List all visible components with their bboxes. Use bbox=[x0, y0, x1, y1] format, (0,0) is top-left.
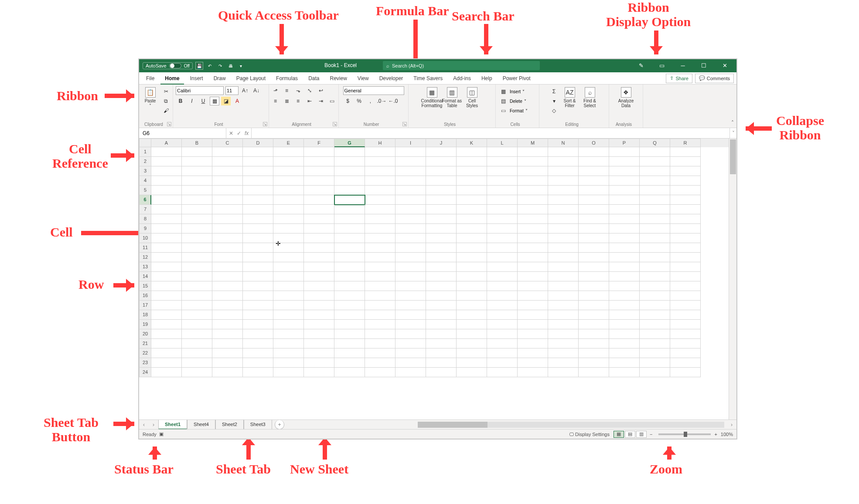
cell[interactable] bbox=[304, 243, 334, 253]
cell[interactable] bbox=[518, 310, 548, 320]
cell[interactable] bbox=[182, 320, 212, 329]
wrap-text-icon[interactable]: ↩ bbox=[316, 86, 326, 95]
cell[interactable] bbox=[487, 329, 518, 339]
analyze-data-button[interactable]: ❖ Analyze Data bbox=[617, 86, 635, 108]
cell[interactable] bbox=[487, 368, 518, 377]
cell[interactable] bbox=[212, 253, 243, 262]
cell[interactable] bbox=[212, 291, 243, 301]
cell[interactable] bbox=[243, 205, 273, 214]
tab-power-pivot[interactable]: Power Pivot bbox=[498, 72, 535, 85]
cell[interactable] bbox=[487, 339, 518, 348]
cell[interactable] bbox=[243, 281, 273, 291]
cell[interactable] bbox=[304, 157, 334, 166]
cell[interactable] bbox=[365, 147, 395, 157]
cell[interactable] bbox=[182, 291, 212, 301]
autosum-icon[interactable]: Σ bbox=[549, 87, 559, 96]
cell[interactable] bbox=[457, 243, 487, 253]
normal-view-icon[interactable]: ▦ bbox=[614, 431, 624, 438]
cell[interactable] bbox=[640, 320, 670, 329]
cell[interactable] bbox=[151, 253, 182, 262]
cell[interactable] bbox=[182, 186, 212, 195]
cell[interactable] bbox=[518, 320, 548, 329]
dialog-launcher-icon[interactable]: ↘ bbox=[263, 122, 267, 126]
align-bottom-icon[interactable]: ⬎ bbox=[293, 86, 303, 95]
cell[interactable] bbox=[609, 243, 640, 253]
cell[interactable] bbox=[395, 186, 426, 195]
new-sheet-button[interactable]: ＋ bbox=[275, 420, 284, 430]
cell[interactable] bbox=[243, 329, 273, 339]
cell[interactable] bbox=[395, 320, 426, 329]
decrease-decimal-icon[interactable]: ←.0 bbox=[389, 97, 398, 105]
cell[interactable] bbox=[304, 176, 334, 186]
cell[interactable] bbox=[640, 262, 670, 272]
cell[interactable] bbox=[457, 358, 487, 368]
cell[interactable] bbox=[212, 224, 243, 233]
tab-home[interactable]: Home bbox=[160, 72, 184, 85]
cell[interactable] bbox=[548, 166, 579, 176]
cell[interactable] bbox=[273, 358, 304, 368]
sheet-tab-2[interactable]: Sheet4 bbox=[187, 420, 215, 430]
cell[interactable] bbox=[304, 358, 334, 368]
tab-add-ins[interactable]: Add-ins bbox=[449, 72, 475, 85]
cell[interactable] bbox=[365, 262, 395, 272]
cell[interactable] bbox=[151, 176, 182, 186]
qat-customize-icon[interactable]: ▾ bbox=[237, 62, 245, 70]
cell[interactable] bbox=[457, 233, 487, 243]
cell[interactable] bbox=[609, 147, 640, 157]
cell[interactable] bbox=[670, 147, 701, 157]
column-header[interactable]: I bbox=[395, 139, 426, 147]
cell[interactable] bbox=[182, 243, 212, 253]
row-header[interactable]: 21 bbox=[139, 339, 151, 348]
cell[interactable] bbox=[151, 224, 182, 233]
cell[interactable] bbox=[518, 233, 548, 243]
cell[interactable] bbox=[243, 166, 273, 176]
cell[interactable] bbox=[579, 253, 609, 262]
cell[interactable] bbox=[609, 310, 640, 320]
cell[interactable] bbox=[151, 166, 182, 176]
cell[interactable] bbox=[365, 166, 395, 176]
cell[interactable] bbox=[548, 339, 579, 348]
cell[interactable] bbox=[365, 186, 395, 195]
cell[interactable] bbox=[395, 358, 426, 368]
cell[interactable] bbox=[212, 329, 243, 339]
cell[interactable] bbox=[273, 176, 304, 186]
cell[interactable] bbox=[670, 205, 701, 214]
row-header[interactable]: 17 bbox=[139, 301, 151, 310]
cell[interactable] bbox=[579, 157, 609, 166]
cell[interactable] bbox=[151, 233, 182, 243]
tab-help[interactable]: Help bbox=[477, 72, 497, 85]
cell[interactable] bbox=[457, 147, 487, 157]
row-header[interactable]: 1 bbox=[139, 147, 151, 157]
column-header[interactable]: M bbox=[518, 139, 548, 147]
cell[interactable] bbox=[365, 195, 395, 205]
cell[interactable] bbox=[304, 320, 334, 329]
row-header[interactable]: 8 bbox=[139, 214, 151, 224]
cell[interactable] bbox=[395, 301, 426, 310]
cell[interactable] bbox=[395, 339, 426, 348]
cell[interactable] bbox=[426, 176, 457, 186]
cell[interactable] bbox=[609, 301, 640, 310]
delete-cells-button[interactable]: ▤Delete˅ bbox=[498, 97, 526, 105]
cell[interactable] bbox=[151, 329, 182, 339]
cell[interactable] bbox=[273, 368, 304, 377]
cell[interactable] bbox=[334, 368, 365, 377]
cell[interactable] bbox=[304, 348, 334, 358]
tab-draw[interactable]: Draw bbox=[209, 72, 230, 85]
cell[interactable] bbox=[212, 348, 243, 358]
cell[interactable] bbox=[151, 301, 182, 310]
cell[interactable] bbox=[395, 195, 426, 205]
cell[interactable] bbox=[579, 195, 609, 205]
cell[interactable] bbox=[487, 195, 518, 205]
cell[interactable] bbox=[151, 348, 182, 358]
cell[interactable] bbox=[273, 253, 304, 262]
cell[interactable] bbox=[609, 233, 640, 243]
cell[interactable] bbox=[334, 253, 365, 262]
cell[interactable] bbox=[151, 339, 182, 348]
cell[interactable] bbox=[334, 358, 365, 368]
fill-color-icon[interactable]: ◪ bbox=[221, 97, 231, 105]
cell[interactable] bbox=[182, 329, 212, 339]
cell[interactable] bbox=[304, 310, 334, 320]
cell[interactable] bbox=[151, 214, 182, 224]
cell[interactable] bbox=[670, 272, 701, 281]
bold-button[interactable]: B bbox=[176, 97, 185, 105]
